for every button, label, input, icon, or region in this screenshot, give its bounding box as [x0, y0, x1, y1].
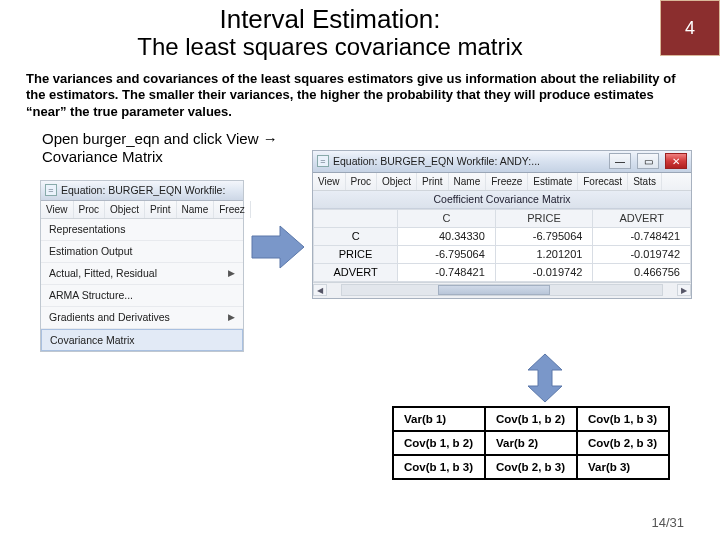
toolbar-name[interactable]: Name — [449, 173, 487, 190]
scrollbar-thumb[interactable] — [438, 285, 550, 295]
view-menu: Representations Estimation Output Actual… — [41, 219, 243, 351]
slide-header: Interval Estimation: The least squares c… — [0, 0, 720, 61]
toolbar-view[interactable]: View — [313, 173, 346, 190]
row-advert: ADVERT — [314, 263, 398, 281]
toolbar-left: View Proc Object Print Name Freez — [41, 201, 243, 219]
varcov-cell: Cov(b 2, b 3) — [485, 455, 577, 479]
window-titlebar-left: = Equation: BURGER_EQN Workfile: — [41, 181, 243, 201]
svg-marker-1 — [528, 354, 562, 402]
menu-actual-fitted-residual[interactable]: Actual, Fitted, Residual▶ — [41, 263, 243, 285]
varcov-symbolic-table: Var(b 1) Cov(b 1, b 2) Cov(b 1, b 3) Cov… — [392, 406, 670, 480]
cov-cell: -0.748421 — [398, 263, 496, 281]
menu-label: Covariance Matrix — [50, 334, 135, 346]
body-paragraph: The variances and covariances of the lea… — [0, 61, 720, 120]
table-row: PRICE -6.795064 1.201201 -0.019742 — [314, 245, 691, 263]
slide-number: 4 — [685, 18, 695, 39]
scrollbar-track[interactable] — [341, 284, 663, 296]
close-button[interactable]: ✕ — [665, 153, 687, 169]
chevron-right-icon: ▶ — [228, 268, 235, 278]
menu-estimation-output[interactable]: Estimation Output — [41, 241, 243, 263]
toolbar-view[interactable]: View — [41, 201, 74, 218]
menu-covariance-matrix[interactable]: Covariance Matrix — [41, 329, 243, 351]
page-number: 14/31 — [651, 515, 684, 530]
title-main: Interval Estimation: — [0, 4, 660, 35]
cov-cell: -6.795064 — [398, 245, 496, 263]
covariance-matrix-table: C PRICE ADVERT C 40.34330 -6.795064 -0.7… — [313, 209, 691, 282]
toolbar-print[interactable]: Print — [417, 173, 449, 190]
toolbar-object[interactable]: Object — [377, 173, 417, 190]
content-area: Open burger_eqn and click View → Covaria… — [0, 120, 720, 450]
arrow-updown-icon — [522, 352, 568, 404]
title-sub: The least squares covariance matrix — [0, 33, 660, 61]
instruction-text: Open burger_eqn and click View → Covaria… — [0, 120, 310, 174]
window-title-right: Equation: BURGER_EQN Workfile: ANDY:... — [333, 155, 603, 167]
toolbar-estimate[interactable]: Estimate — [528, 173, 578, 190]
th-blank — [314, 209, 398, 227]
menu-gradients-derivatives[interactable]: Gradients and Derivatives▶ — [41, 307, 243, 329]
title-block: Interval Estimation: The least squares c… — [0, 0, 660, 61]
toolbar-freeze[interactable]: Freeze — [486, 173, 528, 190]
eviews-view-menu-window: = Equation: BURGER_EQN Workfile: View Pr… — [40, 180, 244, 352]
cov-cell: -0.019742 — [593, 245, 691, 263]
table-row: Cov(b 1, b 3) Cov(b 2, b 3) Var(b 3) — [393, 455, 669, 479]
toolbar-right: View Proc Object Print Name Freeze Estim… — [313, 173, 691, 191]
varcov-cell: Cov(b 2, b 3) — [577, 431, 669, 455]
cov-cell: 1.201201 — [495, 245, 593, 263]
th-price: PRICE — [495, 209, 593, 227]
slide-number-badge: 4 — [660, 0, 720, 56]
minimize-button[interactable]: — — [609, 153, 631, 169]
toolbar-proc[interactable]: Proc — [74, 201, 106, 218]
varcov-cell: Var(b 3) — [577, 455, 669, 479]
scroll-right-icon[interactable]: ▶ — [677, 284, 691, 296]
menu-label: Gradients and Derivatives — [49, 311, 170, 323]
cov-cell: -6.795064 — [495, 227, 593, 245]
toolbar-print[interactable]: Print — [145, 201, 177, 218]
svg-marker-0 — [252, 226, 304, 268]
cov-cell: 40.34330 — [398, 227, 496, 245]
chevron-right-icon: ▶ — [228, 312, 235, 322]
window-title-left: Equation: BURGER_EQN Workfile: — [61, 184, 225, 196]
cov-cell: -0.019742 — [495, 263, 593, 281]
table-row: Var(b 1) Cov(b 1, b 2) Cov(b 1, b 3) — [393, 407, 669, 431]
scroll-left-icon[interactable]: ◀ — [313, 284, 327, 296]
matrix-title: Coefficient Covariance Matrix — [313, 191, 691, 209]
th-advert: ADVERT — [593, 209, 691, 227]
varcov-cell: Var(b 2) — [485, 431, 577, 455]
menu-arma-structure[interactable]: ARMA Structure... — [41, 285, 243, 307]
menu-label: Estimation Output — [49, 245, 132, 257]
menu-label: ARMA Structure... — [49, 289, 133, 301]
varcov-cell: Var(b 1) — [393, 407, 485, 431]
table-row: C 40.34330 -6.795064 -0.748421 — [314, 227, 691, 245]
toolbar-freeze[interactable]: Freez — [214, 201, 251, 218]
table-row: Cov(b 1, b 2) Var(b 2) Cov(b 2, b 3) — [393, 431, 669, 455]
window-icon: = — [45, 184, 57, 196]
window-titlebar-right: = Equation: BURGER_EQN Workfile: ANDY:..… — [313, 151, 691, 173]
th-c: C — [398, 209, 496, 227]
menu-label: Representations — [49, 223, 125, 235]
varcov-cell: Cov(b 1, b 3) — [577, 407, 669, 431]
table-row: ADVERT -0.748421 -0.019742 0.466756 — [314, 263, 691, 281]
menu-label: Actual, Fitted, Residual — [49, 267, 157, 279]
horizontal-scrollbar[interactable]: ◀ ▶ — [313, 282, 691, 298]
row-price: PRICE — [314, 245, 398, 263]
eviews-covariance-window: = Equation: BURGER_EQN Workfile: ANDY:..… — [312, 150, 692, 299]
toolbar-stats[interactable]: Stats — [628, 173, 662, 190]
varcov-cell: Cov(b 1, b 2) — [485, 407, 577, 431]
table-row-header: C PRICE ADVERT — [314, 209, 691, 227]
varcov-cell: Cov(b 1, b 3) — [393, 455, 485, 479]
row-c: C — [314, 227, 398, 245]
menu-representations[interactable]: Representations — [41, 219, 243, 241]
toolbar-object[interactable]: Object — [105, 201, 145, 218]
toolbar-proc[interactable]: Proc — [346, 173, 378, 190]
arrow-right-icon — [250, 224, 306, 270]
cov-cell: 0.466756 — [593, 263, 691, 281]
varcov-cell: Cov(b 1, b 2) — [393, 431, 485, 455]
toolbar-forecast[interactable]: Forecast — [578, 173, 628, 190]
maximize-button[interactable]: ▭ — [637, 153, 659, 169]
cov-cell: -0.748421 — [593, 227, 691, 245]
toolbar-name[interactable]: Name — [177, 201, 215, 218]
window-icon: = — [317, 155, 329, 167]
